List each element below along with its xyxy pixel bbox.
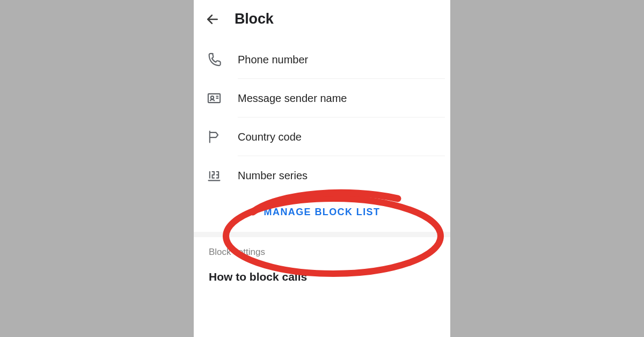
- option-label: Phone number: [238, 54, 437, 66]
- back-arrow-icon[interactable]: [206, 12, 219, 26]
- block-settings-card: Block settings How to block calls: [199, 237, 445, 293]
- page-title: Block: [235, 11, 274, 27]
- option-phone-number[interactable]: Phone number: [199, 40, 445, 79]
- section-gap: [194, 232, 450, 237]
- setting-how-to-block-calls[interactable]: How to block calls: [199, 261, 445, 293]
- phone-screen: Block Phone number Message: [194, 0, 450, 337]
- block-options-card: Phone number Message sender name: [199, 40, 445, 232]
- svg-point-2: [211, 96, 214, 99]
- header-bar: Block: [194, 0, 450, 37]
- option-number-series[interactable]: Number series: [199, 156, 445, 195]
- option-label: Message sender name: [238, 92, 437, 105]
- option-message-sender-name[interactable]: Message sender name: [199, 79, 445, 118]
- option-country-code[interactable]: Country code: [199, 118, 445, 156]
- manage-block-list-button[interactable]: MANAGE BLOCK LIST: [264, 207, 380, 217]
- option-label: Number series: [238, 170, 437, 182]
- contact-card-icon: [207, 91, 222, 106]
- option-label: Country code: [238, 131, 437, 143]
- flag-icon: [207, 129, 222, 144]
- phone-icon: [207, 52, 222, 67]
- block-settings-header: Block settings: [199, 237, 445, 261]
- setting-title: How to block calls: [209, 270, 435, 283]
- number-series-icon: [207, 168, 222, 183]
- manage-block-list-row: MANAGE BLOCK LIST: [199, 195, 445, 232]
